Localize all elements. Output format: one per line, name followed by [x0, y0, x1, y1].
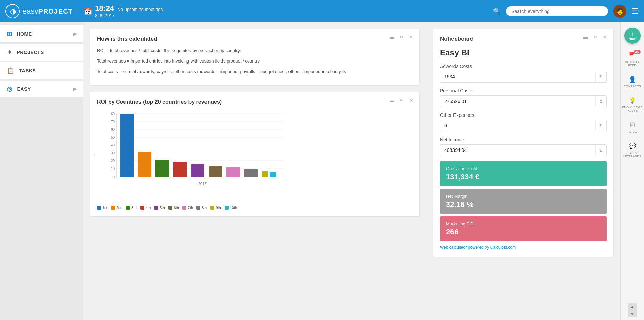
legend-item-7th: 7th [182, 206, 193, 210]
net-income-currency: € [595, 145, 606, 156]
text-line-1: ROI = total revenues / total costs. It i… [97, 47, 413, 54]
legend-item-6th: 6th [168, 206, 179, 210]
svg-text:50: 50 [111, 136, 115, 139]
sidebar-item-tasks[interactable]: 📋 TASKS [0, 62, 83, 79]
marketing-roi-label: Marketing ROI [446, 221, 600, 226]
marketing-roi-box: Marketing ROI 266 [440, 216, 607, 241]
activity-feed-badge: 45 [634, 50, 641, 54]
svg-rect-25 [226, 167, 240, 177]
personal-costs-label: Personal Costs [440, 88, 607, 93]
adwords-costs-input[interactable] [440, 71, 595, 82]
activity-feed-label: ACTIVITY FEED [622, 60, 643, 67]
activity-feed-item[interactable]: 🚩 ACTIVITY FEED 45 [621, 47, 644, 71]
card-actions: ▬ ✏ ✕ [388, 97, 415, 104]
operation-profit-value: 131,334 € [446, 173, 600, 181]
other-expenses-input[interactable] [440, 120, 595, 131]
logo-text: easyPROJECT [22, 7, 73, 16]
knowledge-posts-label: KNOWLEDGE POSTS [622, 106, 643, 112]
edit-button[interactable]: ✏ [592, 34, 599, 40]
chart-area: 80 70 60 50 40 30 20 10 [97, 110, 413, 202]
search-input[interactable] [511, 8, 602, 14]
roi-chart-title: ROI by Countries (top 20 countries by re… [97, 99, 413, 105]
sidebar-item-easy[interactable]: ◎ EASY ▶ [0, 81, 83, 97]
nav-right: 🔍 🧑 ☰ [493, 5, 639, 18]
net-income-input[interactable] [440, 145, 595, 156]
bar-chart: 80 70 60 50 40 30 20 10 [107, 110, 287, 192]
todo-item[interactable]: ☑ TO-DO [621, 117, 644, 138]
current-date: 8. 8. 2017 [95, 13, 163, 18]
content-area: ▬ ✏ ✕ How is this calculated ROI = total… [83, 22, 644, 320]
noticeboard-title: Noticeboard [440, 36, 607, 42]
how-calculated-card: ▬ ✏ ✕ How is this calculated ROI = total… [90, 29, 419, 85]
contacts-item[interactable]: 👤 CONTACTS [621, 72, 644, 92]
right-column: ▬ ✏ ✕ Noticeboard Easy BI Adwords Costs … [426, 22, 620, 320]
text-line-2: Total revenues = imported entries into i… [97, 58, 413, 65]
net-margin-label: Net Margin [446, 194, 600, 199]
svg-rect-20 [138, 152, 151, 177]
instant-messages-item[interactable]: 💬 INSTANT MESSAGES [621, 138, 644, 162]
icon-sidebar: + NEW 🚩 ACTIVITY FEED 45 👤 CONTACTS 💡 KN… [620, 22, 644, 320]
text-line-3: Total costs = sum of adwords, payrolls, … [97, 68, 413, 75]
adwords-currency: € [595, 72, 606, 82]
adwords-costs-input-wrap: € [440, 71, 607, 83]
easy-icon: ◎ [7, 85, 13, 93]
svg-rect-26 [244, 169, 258, 177]
calculator-link[interactable]: Web calculator powered by Calculoid.com [440, 245, 516, 250]
close-button[interactable]: ✕ [408, 34, 415, 40]
legend-label: 8th [202, 206, 207, 210]
legend-label: 10th [230, 206, 237, 210]
drag-handle[interactable]: ⋮ [92, 152, 97, 157]
tasks-icon: 📋 [7, 67, 15, 74]
sidebar-item-projects[interactable]: ✦ PROJECTS [0, 44, 83, 61]
home-icon: ⊞ [7, 30, 12, 38]
knowledge-posts-icon: 💡 [629, 97, 636, 104]
edit-button[interactable]: ✏ [398, 34, 405, 40]
chevron-right-icon: ▶ [73, 87, 77, 91]
roi-chart-card: ⋮ ▬ ✏ ✕ ROI by Countries (top 20 countri… [90, 92, 419, 216]
edit-button[interactable]: ✏ [398, 97, 405, 104]
calendar-icon: 📅 [84, 7, 92, 15]
personal-costs-field: Personal Costs € [440, 88, 607, 107]
sidebar-item-home[interactable]: ⊞ HOME ▶ [0, 25, 83, 42]
svg-text:60: 60 [111, 128, 115, 131]
minimize-button[interactable]: ▬ [388, 34, 396, 40]
hamburger-menu-button[interactable]: ☰ [632, 7, 639, 16]
legend-item-4th: 4th [140, 206, 151, 210]
personal-costs-input[interactable] [440, 96, 595, 107]
minimize-button[interactable]: ▬ [582, 34, 590, 40]
main-layout: ⊞ HOME ▶ ✦ PROJECTS 📋 TASKS ◎ EASY ▶ [0, 22, 644, 320]
svg-text:70: 70 [111, 120, 115, 124]
new-button-label: NEW [629, 37, 636, 40]
how-calculated-title: How is this calculated [97, 36, 413, 42]
close-button[interactable]: ✕ [408, 97, 415, 104]
marketing-roi-value: 266 [446, 228, 600, 236]
chevron-right-icon: ▶ [73, 32, 77, 36]
instant-messages-label: INSTANT MESSAGES [622, 151, 643, 158]
new-button[interactable]: + NEW [624, 28, 641, 44]
svg-rect-19 [120, 114, 134, 177]
todo-label: TO-DO [627, 130, 637, 134]
meeting-status: No upcoming meetings [117, 7, 163, 12]
adwords-costs-field: Adwords Costs € [440, 64, 607, 83]
legend-label: 9th [216, 206, 221, 210]
legend-label: 2nd [116, 206, 122, 210]
legend-label: 4th [146, 206, 151, 210]
left-column: ▬ ✏ ✕ How is this calculated ROI = total… [83, 22, 426, 320]
scroll-up-button[interactable]: ▲ [628, 303, 637, 310]
legend-label: 5th [160, 206, 165, 210]
operation-profit-label: Operation Profit [446, 166, 600, 171]
sidebar-item-label: TASKS [19, 68, 36, 73]
svg-text:80: 80 [111, 112, 115, 116]
legend-label: 6th [174, 206, 179, 210]
knowledge-posts-item[interactable]: 💡 KNOWLEDGE POSTS [621, 93, 644, 117]
scroll-down-button[interactable]: ▼ [628, 310, 637, 317]
chart-legend: 1st 2nd 3rd 4th [97, 206, 413, 210]
sidebar: ⊞ HOME ▶ ✦ PROJECTS 📋 TASKS ◎ EASY ▶ [0, 22, 83, 320]
adwords-costs-label: Adwords Costs [440, 64, 607, 69]
personal-costs-input-wrap: € [440, 95, 607, 107]
avatar[interactable]: 🧑 [613, 5, 626, 18]
search-icon-button[interactable]: 🔍 [493, 7, 500, 15]
close-button[interactable]: ✕ [602, 34, 609, 40]
minimize-button[interactable]: ▬ [388, 97, 396, 104]
noticeboard-card: ▬ ✏ ✕ Noticeboard Easy BI Adwords Costs … [433, 29, 613, 257]
